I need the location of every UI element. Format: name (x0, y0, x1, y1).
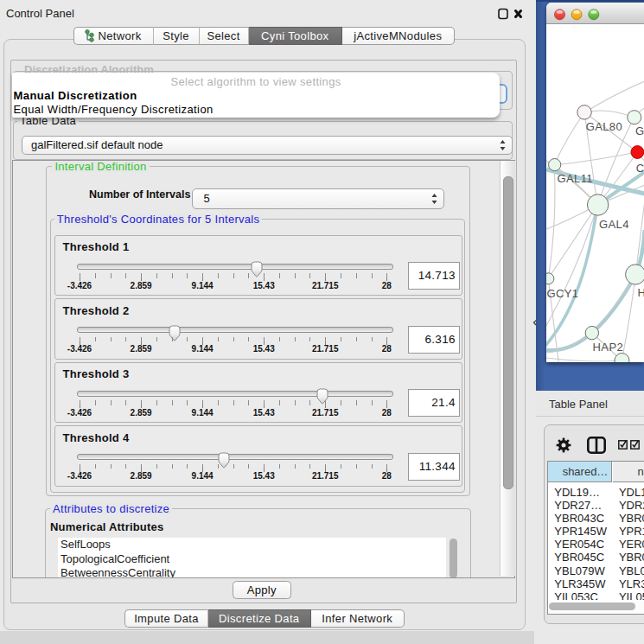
svg-text:GAL11: GAL11 (557, 172, 593, 185)
svg-text:GCY1: GCY1 (546, 287, 578, 300)
svg-text:GAL4: GAL4 (598, 218, 628, 231)
svg-text:GAL: GAL (635, 124, 644, 137)
svg-text:GAL80: GAL80 (585, 120, 622, 133)
svg-text:HAP2: HAP2 (592, 341, 623, 354)
svg-text:H: H (637, 286, 644, 299)
svg-text:C: C (635, 162, 644, 175)
